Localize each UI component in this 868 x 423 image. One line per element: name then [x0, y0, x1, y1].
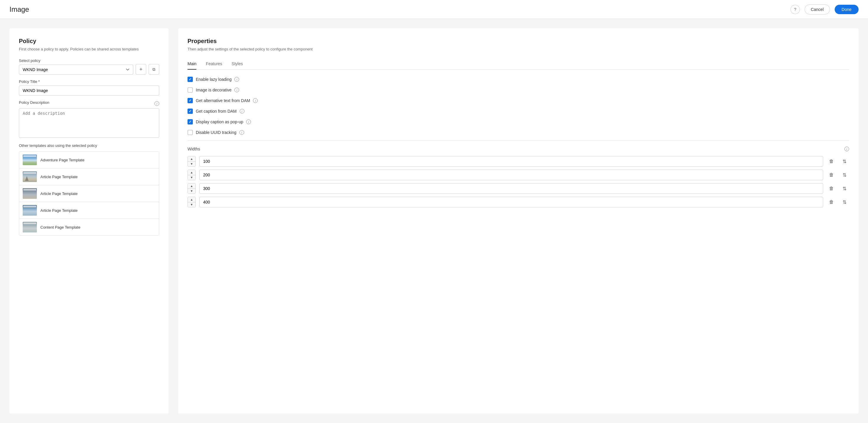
template-thumbnail [23, 171, 37, 182]
tab-main[interactable]: Main [187, 58, 196, 70]
checkbox-row-caption: Get caption from DAM i [187, 109, 849, 114]
policy-desc-group: Policy Description i [19, 100, 159, 139]
select-policy-row: Select policy WKND Image + ⧉ [19, 58, 159, 74]
widths-header: Widths i [187, 147, 849, 151]
width-stepper-down-3[interactable]: ▼ [188, 189, 195, 194]
width-stepper-down-1[interactable]: ▼ [188, 162, 195, 167]
policy-subtitle: First choose a policy to apply. Policies… [19, 47, 159, 51]
width-move-4[interactable]: ⇅ [840, 197, 849, 207]
select-policy-label: Select policy [19, 58, 133, 63]
width-stepper-4: ▲ ▼ [187, 197, 196, 207]
add-policy-button[interactable]: + [135, 64, 146, 74]
template-name: Article Page Template [40, 175, 78, 179]
width-stepper-down-4[interactable]: ▼ [188, 202, 195, 207]
desc-row: Policy Description i [19, 100, 159, 107]
display-caption-popup-info-icon[interactable]: i [246, 119, 251, 124]
width-stepper-2: ▲ ▼ [187, 170, 196, 180]
image-decorative-checkbox[interactable] [187, 87, 193, 93]
templates-label: Other templates also using the selected … [19, 143, 159, 148]
template-name: Article Page Template [40, 191, 78, 196]
width-move-3[interactable]: ⇅ [840, 184, 849, 193]
help-button[interactable]: ? [790, 5, 800, 14]
display-caption-popup-label: Display caption as pop-up [196, 119, 243, 124]
list-item: Article Page Template [19, 169, 159, 185]
width-row-3: ▲ ▼ 🗑 ⇅ [187, 183, 849, 194]
widths-title: Widths [187, 147, 200, 151]
width-move-2[interactable]: ⇅ [840, 170, 849, 180]
width-stepper-up-1[interactable]: ▲ [188, 156, 195, 162]
list-item: Article Page Template [19, 185, 159, 202]
checkbox-row-popup: Display caption as pop-up i [187, 119, 849, 124]
copy-policy-button[interactable]: ⧉ [149, 64, 159, 74]
image-decorative-info-icon[interactable]: i [235, 88, 239, 92]
template-thumbnail [23, 155, 37, 165]
cancel-button[interactable]: Cancel [805, 4, 830, 14]
properties-tabs: Main Features Styles [187, 58, 849, 70]
select-policy-wrapper: Select policy WKND Image [19, 58, 133, 74]
checkbox-row-lazy-loading: Enable lazy loading i [187, 77, 849, 82]
width-move-1[interactable]: ⇅ [840, 157, 849, 166]
template-name: Article Page Template [40, 208, 78, 213]
widths-info-icon[interactable]: i [844, 147, 849, 151]
enable-lazy-loading-info-icon[interactable]: i [235, 77, 239, 82]
width-stepper-down-2[interactable]: ▼ [188, 175, 195, 180]
enable-lazy-loading-label: Enable lazy loading [196, 77, 231, 82]
policy-title: Policy [19, 38, 159, 44]
template-name: Content Page Template [40, 225, 81, 230]
get-caption-info-icon[interactable]: i [240, 109, 244, 114]
policy-desc-info-icon[interactable]: i [154, 101, 159, 106]
width-input-3[interactable] [199, 183, 823, 194]
done-button[interactable]: Done [835, 5, 859, 14]
get-alt-text-checkbox[interactable] [187, 98, 193, 103]
get-caption-checkbox[interactable] [187, 109, 193, 114]
width-input-2[interactable] [199, 170, 823, 180]
get-alt-text-info-icon[interactable]: i [253, 98, 258, 103]
display-caption-popup-checkbox[interactable] [187, 119, 193, 124]
template-thumbnail [23, 188, 37, 199]
properties-subtitle: Then adjust the settings of the selected… [187, 47, 849, 51]
checkbox-row-uuid: Disable UUID tracking i [187, 130, 849, 135]
template-thumbnail [23, 222, 37, 233]
disable-uuid-checkbox[interactable] [187, 130, 193, 135]
properties-panel: Properties Then adjust the settings of t… [178, 28, 859, 414]
tab-styles[interactable]: Styles [232, 58, 243, 70]
policy-title-input[interactable] [19, 86, 159, 96]
width-delete-1[interactable]: 🗑 [827, 157, 836, 166]
disable-uuid-info-icon[interactable]: i [239, 130, 244, 135]
width-row-4: ▲ ▼ 🗑 ⇅ [187, 197, 849, 207]
image-decorative-label: Image is decorative [196, 88, 231, 92]
checkbox-row-decorative: Image is decorative i [187, 87, 849, 93]
width-stepper-up-4[interactable]: ▲ [188, 197, 195, 202]
policy-select[interactable]: WKND Image [19, 65, 133, 74]
get-caption-label: Get caption from DAM [196, 109, 237, 114]
width-input-1[interactable] [199, 156, 823, 167]
width-delete-2[interactable]: 🗑 [827, 170, 836, 180]
width-row-2: ▲ ▼ 🗑 ⇅ [187, 170, 849, 180]
width-stepper-3: ▲ ▼ [187, 183, 196, 194]
template-list: Adventure Page Template Article Page Tem… [19, 151, 159, 236]
list-item: Content Page Template [19, 219, 159, 235]
get-alt-text-label: Get alternative text from DAM [196, 98, 250, 103]
properties-title: Properties [187, 38, 849, 44]
width-stepper-up-3[interactable]: ▲ [188, 183, 195, 189]
width-stepper-up-2[interactable]: ▲ [188, 170, 195, 175]
checkbox-row-alt-text: Get alternative text from DAM i [187, 98, 849, 103]
header: Image ? Cancel Done [0, 0, 868, 19]
header-actions: ? Cancel Done [790, 4, 859, 14]
policy-desc-label: Policy Description [19, 100, 49, 105]
main-content: Policy First choose a policy to apply. P… [0, 19, 868, 423]
policy-desc-textarea[interactable] [19, 108, 159, 138]
list-item: Adventure Page Template [19, 152, 159, 169]
policy-title-label: Policy Title * [19, 79, 159, 84]
policy-title-group: Policy Title * [19, 79, 159, 96]
width-row-1: ▲ ▼ 🗑 ⇅ [187, 156, 849, 167]
enable-lazy-loading-checkbox[interactable] [187, 77, 193, 82]
tab-features[interactable]: Features [206, 58, 222, 70]
policy-panel: Policy First choose a policy to apply. P… [9, 28, 168, 414]
width-input-4[interactable] [199, 197, 823, 207]
width-delete-4[interactable]: 🗑 [827, 197, 836, 207]
list-item: Article Page Template [19, 202, 159, 219]
width-delete-3[interactable]: 🗑 [827, 184, 836, 193]
disable-uuid-label: Disable UUID tracking [196, 130, 237, 135]
page-title: Image [9, 5, 29, 13]
